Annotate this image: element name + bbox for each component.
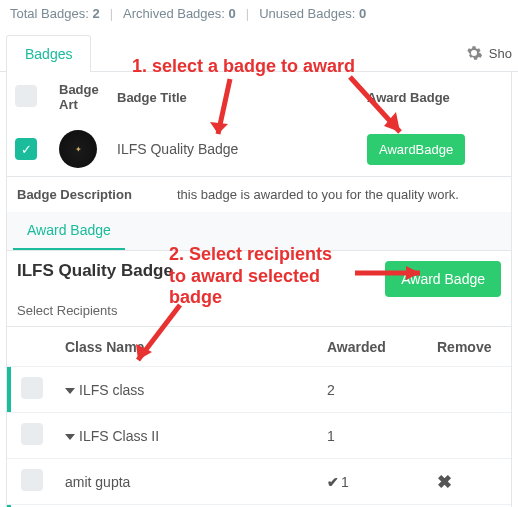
tabs-row: Badges Sho [0,35,518,72]
row-checkbox[interactable]: ✓ [7,128,53,170]
awarded-count: ✔1 [321,466,431,498]
tab-badges[interactable]: Badges [6,35,91,72]
badge-description-text: this badge is awarded to you for the qua… [177,187,459,202]
stats-bar: Total Badges: 2 | Archived Badges: 0 | U… [0,0,518,27]
check-icon: ✔ [327,474,339,490]
col-badge-art: Badge Art [53,72,111,122]
table-row: amit gupta✔1✖ [7,459,511,505]
awarded-count: 1 [321,420,431,452]
awarded-count: 2 [321,374,431,406]
gear-icon [465,44,483,62]
row-checkbox[interactable] [13,367,59,412]
caret-down-icon [65,434,75,440]
table-row: ILFS Class II1 [7,413,511,459]
award-badge-submit-button[interactable]: Award Badge [385,261,501,297]
recipients-table: Class Name Awarded Remove ILFS class2ILF… [7,326,511,507]
class-name[interactable]: ILFS class [59,374,321,406]
row-checkbox[interactable] [13,459,59,504]
separator: | [246,6,249,21]
tab-award-badge[interactable]: Award Badge [13,212,125,250]
select-recipients-label: Select Recipients [7,301,511,326]
total-badges: Total Badges: 2 [10,6,100,21]
badge-description-row: Badge Description this badge is awarded … [7,176,511,212]
badge-title: ILFS Quality Badge [111,133,361,165]
col-class-name: Class Name [59,331,321,363]
class-name: amit gupta [59,466,321,498]
recipients-header: Class Name Awarded Remove [7,327,511,367]
archived-badges: Archived Badges: 0 [123,6,236,21]
table-row: ILFS class2 [7,367,511,413]
separator: | [110,6,113,21]
select-all-checkbox[interactable] [7,75,53,120]
badge-art: ✦ [53,122,111,176]
col-award-badge: Award Badge [361,80,511,115]
row-checkbox[interactable] [13,413,59,458]
award-title: ILFS Quality Badge [17,261,173,281]
award-badge-button[interactable]: AwardBadge [367,134,465,165]
remove-button[interactable]: ✖ [437,472,452,492]
col-remove: Remove [431,331,511,363]
caret-down-icon [65,388,75,394]
badge-description-label: Badge Description [17,187,177,202]
show-label: Sho [489,46,512,61]
col-badge-title: Badge Title [111,80,361,115]
col-awarded: Awarded [321,331,431,363]
unused-badges: Unused Badges: 0 [259,6,366,21]
show-toggle[interactable]: Sho [465,44,518,62]
class-name[interactable]: ILFS Class II [59,420,321,452]
badge-panel: Badge Art Badge Title Award Badge ✓ ✦ IL… [6,72,512,507]
